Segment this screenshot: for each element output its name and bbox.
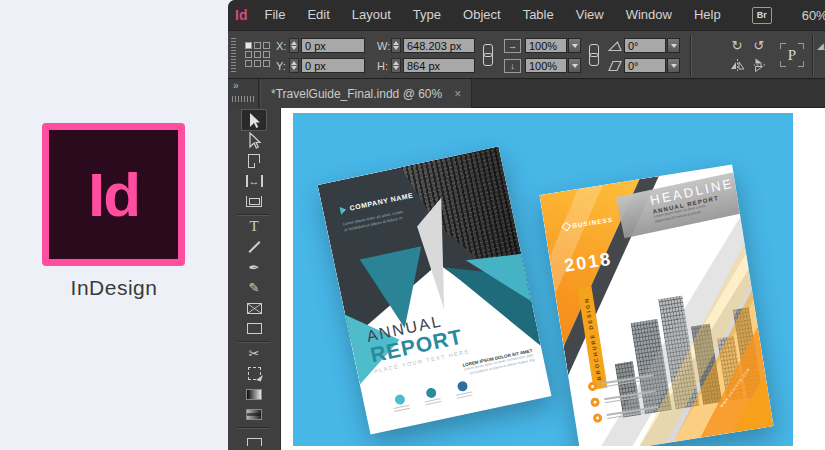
scale-x-icon: → (504, 39, 521, 53)
menu-help[interactable]: Help (683, 0, 732, 30)
h-input[interactable] (403, 58, 475, 73)
control-panel: X: Y: W: H: → ↓ (228, 30, 825, 79)
frame-tool[interactable] (242, 298, 266, 318)
document-tab-title: *TravelGuide_Final.indd @ 60% (271, 87, 442, 101)
zoom-level-dropdown[interactable]: 60% (802, 8, 825, 23)
scale-y-dropdown[interactable] (568, 58, 581, 73)
w-stepper[interactable] (391, 38, 401, 53)
contact-dot-icon (590, 398, 600, 408)
contact-dot-icon (592, 413, 602, 423)
gap-tool[interactable]: ↔ (242, 171, 266, 191)
shear-angle-icon (606, 58, 624, 74)
type-tool[interactable]: T (242, 217, 266, 237)
gradient-swatch-tool[interactable] (242, 384, 266, 404)
menu-window[interactable]: Window (615, 0, 683, 30)
rotate-ccw-button[interactable]: ↺ (750, 37, 768, 53)
indesign-app-label: InDesign (0, 276, 228, 300)
rotate-cw-button[interactable]: ↻ (728, 37, 746, 53)
content-collector-tool[interactable] (242, 191, 266, 211)
flip-horizontal-button[interactable] (728, 57, 746, 73)
app-logo-icon: Id (235, 4, 247, 26)
h-label: H: (377, 60, 388, 72)
zoom-level-value: 60% (802, 8, 825, 23)
toolbar-header: » (228, 79, 259, 108)
indesign-icon-glyph: Id (88, 159, 139, 230)
w-input[interactable] (403, 38, 475, 53)
menu-table[interactable]: Table (512, 0, 565, 30)
menu-type[interactable]: Type (402, 0, 452, 30)
screenshot: Id InDesign Id File Edit Layout Type Obj… (0, 0, 825, 450)
toolbar-separator (238, 341, 270, 342)
rectangle-tool[interactable] (242, 318, 266, 338)
brochure-footer-text: LOREM IPSUM DOLOR SIT AMET Lorem ipsum d… (462, 348, 535, 378)
document-tab[interactable]: *TravelGuide_Final.indd @ 60% × (260, 79, 472, 108)
direct-selection-tool[interactable] (242, 130, 266, 150)
toolbar-grip[interactable] (232, 96, 255, 102)
menu-edit[interactable]: Edit (296, 0, 340, 30)
page-tool[interactable] (242, 151, 266, 171)
control-panel-separator (690, 35, 691, 76)
flip-vertical-button[interactable] (750, 57, 768, 73)
pen-tool[interactable]: ✒ (242, 257, 266, 277)
rotation-dropdown[interactable] (667, 38, 680, 53)
document-tab-bar: » *TravelGuide_Final.indd @ 60% × (228, 79, 825, 108)
h-stepper[interactable] (391, 58, 401, 73)
window-content: ↔ T ✒ ✎ ✂ (228, 108, 825, 450)
shear-input[interactable] (624, 58, 666, 73)
menu-layout[interactable]: Layout (341, 0, 402, 30)
menu-file[interactable]: File (253, 0, 296, 30)
menu-view[interactable]: View (565, 0, 615, 30)
rotation-input[interactable] (624, 38, 666, 53)
y-stepper[interactable] (289, 58, 299, 73)
toolbar-separator (238, 427, 270, 428)
toolbar-separator (238, 214, 270, 215)
dot-icon (456, 380, 468, 392)
menu-object[interactable]: Object (452, 0, 512, 30)
scale-y-icon: ↓ (504, 59, 521, 73)
contact-dot-icon (587, 382, 597, 392)
x-stepper[interactable] (289, 38, 299, 53)
y-input[interactable] (301, 58, 365, 73)
pasteboard[interactable]: COMPANY NAME Lorem ipsum dolor sit amet,… (281, 108, 825, 450)
document-page[interactable]: COMPANY NAME Lorem ipsum dolor sit amet,… (293, 113, 793, 446)
indesign-window: Id File Edit Layout Type Object Table Vi… (228, 0, 825, 450)
headline-brochure[interactable]: HEADLINE ANNUAL REPORT Lorem ipsum dolor… (539, 164, 773, 446)
scale-y-input[interactable] (525, 58, 567, 73)
y-label: Y: (276, 60, 286, 72)
desktop-area: Id InDesign (0, 0, 228, 450)
dot-icon (394, 394, 406, 406)
logo-triangle-icon (339, 205, 347, 214)
edge-partial-icons: ◢◢ (817, 39, 825, 73)
reference-point-proxy[interactable] (245, 42, 270, 67)
x-input[interactable] (301, 38, 365, 53)
feature-dots (391, 380, 473, 412)
gradient-feather-tool[interactable] (242, 404, 266, 424)
constrain-scale-link-icon[interactable] (588, 44, 598, 66)
note-tool[interactable] (242, 430, 266, 450)
indesign-app-icon[interactable]: Id (42, 123, 185, 266)
panel-grip[interactable] (231, 38, 236, 73)
scissors-tool[interactable]: ✂ (242, 343, 266, 363)
scale-x-input[interactable] (525, 38, 567, 53)
collapse-chevrons-icon[interactable]: » (233, 80, 239, 91)
selection-tool[interactable] (242, 110, 266, 130)
control-panel-separator (812, 35, 813, 76)
rotation-angle-icon (606, 38, 624, 54)
menu-bar: Id File Edit Layout Type Object Table Vi… (228, 0, 825, 30)
annual-report-brochure[interactable]: COMPANY NAME Lorem ipsum dolor sit amet,… (318, 147, 552, 435)
paragraph-proxy-icon[interactable]: P (780, 41, 804, 69)
bridge-button[interactable]: Br (752, 7, 772, 24)
dot-icon (425, 387, 437, 399)
line-tool[interactable] (242, 237, 266, 257)
shear-dropdown[interactable] (667, 58, 680, 73)
scale-x-dropdown[interactable] (568, 38, 581, 53)
tools-panel: ↔ T ✒ ✎ ✂ (228, 108, 281, 450)
constrain-dimensions-link-icon[interactable] (482, 44, 492, 66)
w-label: W: (377, 40, 390, 52)
x-label: X: (276, 40, 286, 52)
close-tab-icon[interactable]: × (454, 87, 461, 101)
pencil-tool[interactable]: ✎ (242, 278, 266, 298)
free-transform-tool[interactable] (242, 364, 266, 384)
